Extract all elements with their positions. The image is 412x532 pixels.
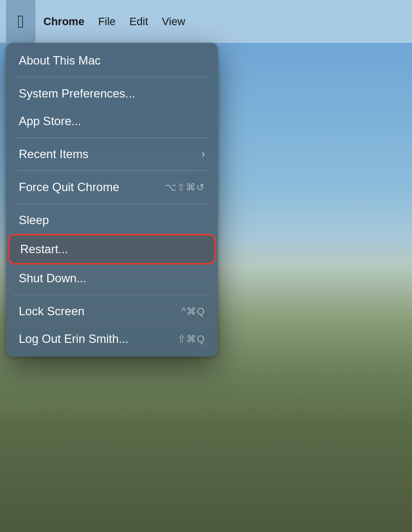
- menu-bar:  Chrome File Edit View: [0, 0, 412, 43]
- restart-label: Restart...: [20, 242, 68, 256]
- menu-item-sleep[interactable]: Sleep: [8, 206, 216, 234]
- force-quit-shortcut: ⌥⇧⌘↺: [165, 181, 205, 193]
- file-menu-label: File: [98, 15, 115, 28]
- menu-item-lock-screen[interactable]: Lock Screen ^⌘Q: [8, 298, 216, 325]
- menu-item-system-preferences[interactable]: System Preferences...: [8, 80, 216, 107]
- menu-item-recent-items[interactable]: Recent Items ›: [8, 140, 216, 168]
- recent-items-label: Recent Items: [19, 147, 88, 161]
- menu-item-shut-down[interactable]: Shut Down...: [8, 265, 216, 292]
- system-preferences-label: System Preferences...: [19, 87, 135, 100]
- menu-bar-edit[interactable]: Edit: [124, 0, 154, 43]
- divider-3: [14, 170, 210, 171]
- menu-item-app-store[interactable]: App Store...: [8, 107, 216, 135]
- app-store-label: App Store...: [19, 114, 81, 128]
- menu-item-force-quit[interactable]: Force Quit Chrome ⌥⇧⌘↺: [8, 173, 216, 201]
- view-menu-label: View: [162, 15, 185, 28]
- apple-menu-button[interactable]: : [6, 0, 35, 43]
- divider-5: [14, 295, 210, 295]
- divider-1: [14, 77, 210, 77]
- lock-screen-shortcut: ^⌘Q: [181, 305, 205, 317]
- force-quit-label: Force Quit Chrome: [19, 180, 119, 194]
- apple-dropdown-menu: About This Mac System Preferences... App…: [6, 43, 218, 357]
- menu-bar-file[interactable]: File: [92, 0, 121, 43]
- log-out-shortcut: ⇧⌘Q: [177, 333, 205, 345]
- apple-logo-icon: : [17, 13, 24, 31]
- sleep-label: Sleep: [19, 213, 49, 227]
- edit-menu-label: Edit: [130, 15, 148, 28]
- about-label: About This Mac: [19, 54, 101, 67]
- chevron-right-icon: ›: [202, 148, 205, 161]
- menu-bar-view[interactable]: View: [156, 0, 191, 43]
- menu-item-restart[interactable]: Restart...: [8, 234, 216, 265]
- menu-item-log-out[interactable]: Log Out Erin Smith... ⇧⌘Q: [8, 325, 216, 353]
- chrome-menu-label: Chrome: [43, 15, 84, 28]
- divider-4: [14, 203, 210, 204]
- divider-2: [14, 137, 210, 138]
- shut-down-label: Shut Down...: [19, 271, 86, 285]
- menu-item-about[interactable]: About This Mac: [8, 47, 216, 74]
- log-out-label: Log Out Erin Smith...: [19, 332, 129, 346]
- menu-bar-chrome[interactable]: Chrome: [37, 0, 90, 43]
- lock-screen-label: Lock Screen: [19, 304, 84, 318]
